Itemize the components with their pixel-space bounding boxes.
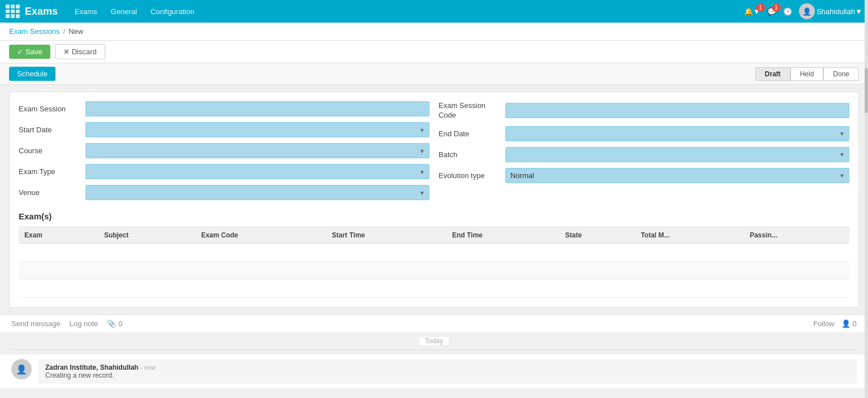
end-date-select-wrap	[505, 126, 849, 141]
evolution-type-label: Evolution type	[439, 171, 501, 180]
x-icon: ✕	[63, 47, 70, 56]
message-right: Follow 👤 0	[813, 319, 857, 328]
table-row	[19, 280, 849, 298]
start-date-select[interactable]	[85, 122, 429, 137]
course-label: Course	[19, 146, 81, 155]
exam-session-code-input[interactable]	[505, 103, 849, 118]
end-date-select[interactable]	[505, 126, 849, 141]
send-message-button[interactable]: Send message	[11, 319, 61, 328]
follow-button[interactable]: Follow	[813, 319, 835, 328]
check-icon: ✓	[17, 47, 23, 56]
exam-session-input[interactable]	[85, 101, 429, 116]
end-date-label: End Date	[439, 129, 501, 138]
exams-table: Exam Subject Exam Code Start Time End Ti…	[19, 227, 849, 298]
message-actions: Send message Log note 📎 0	[11, 319, 813, 328]
form-left: Exam Session Start Date Course	[19, 101, 429, 200]
clock-icon[interactable]: 🕑	[783, 7, 792, 16]
start-date-select-wrap	[85, 122, 429, 137]
table-row	[19, 244, 849, 262]
table-header-row: Exam Subject Exam Code Start Time End Ti…	[19, 227, 849, 244]
nav-menu: Exams General Configuration	[69, 5, 744, 18]
exam-type-select-wrap	[85, 164, 429, 179]
breadcrumb-parent[interactable]: Exam Sessions	[9, 27, 60, 36]
chat-icon[interactable]: 💬 1	[767, 7, 776, 16]
exams-section: Exam(s) Exam Subject Exam Code Start Tim…	[19, 211, 849, 298]
col-start-time: Start Time	[326, 227, 446, 244]
exam-session-code-input-wrap	[505, 103, 849, 118]
exam-type-row: Exam Type	[19, 164, 429, 179]
main-content: Exam Session Start Date Course	[0, 85, 868, 314]
form-right: Exam Session Code End Date Batch	[439, 101, 849, 200]
toolbar: ✓ Save ✕ Discard	[0, 41, 868, 63]
grid-icon[interactable]	[6, 5, 19, 18]
evolution-type-select-wrap: Normal	[505, 168, 849, 183]
scrollbar[interactable]	[865, 0, 868, 388]
attachments-button[interactable]: 📎 0	[107, 319, 122, 328]
form-card: Exam Session Start Date Course	[9, 92, 859, 308]
chat-avatar: 👤	[11, 359, 32, 379]
venue-row: Venue	[19, 185, 429, 200]
status-steps: Draft Held Done	[755, 67, 859, 81]
breadcrumb-separator: /	[63, 27, 66, 36]
form-grid: Exam Session Start Date Course	[19, 101, 849, 200]
course-row: Course	[19, 143, 429, 158]
col-exam-code: Exam Code	[195, 227, 326, 244]
user-menu[interactable]: 👤 Shahidullah ▼	[799, 3, 862, 19]
status-bar: Schedule Draft Held Done	[0, 63, 868, 85]
chat-area: 👤 Zadran Institute, Shahidullah - now Cr…	[0, 354, 868, 388]
save-button[interactable]: ✓ Save	[9, 45, 50, 59]
nav-exams[interactable]: Exams	[69, 5, 103, 18]
app-title: Exams	[25, 6, 58, 18]
step-draft[interactable]: Draft	[755, 67, 790, 81]
venue-label: Venue	[19, 188, 81, 197]
nav-configuration[interactable]: Configuration	[145, 5, 200, 18]
step-held[interactable]: Held	[790, 67, 824, 81]
exam-session-code-row: Exam Session Code	[439, 101, 849, 120]
chat-message: Creating a new record.	[45, 371, 850, 379]
message-bar: Send message Log note 📎 0 Follow 👤 0	[0, 314, 868, 332]
chat-bubble: Zadran Institute, Shahidullah - now Crea…	[38, 359, 857, 384]
schedule-button[interactable]: Schedule	[9, 67, 55, 81]
nav-general[interactable]: General	[105, 5, 143, 18]
chat-badge: 1	[772, 4, 781, 11]
scrollbar-thumb[interactable]	[865, 68, 868, 113]
notification-badge: 1	[756, 4, 765, 11]
start-date-row: Start Date	[19, 122, 429, 137]
batch-label: Batch	[439, 150, 501, 159]
avatar: 👤	[799, 3, 815, 19]
step-done[interactable]: Done	[823, 67, 859, 81]
course-select[interactable]	[85, 143, 429, 158]
batch-select-wrap	[505, 147, 849, 162]
log-note-button[interactable]: Log note	[70, 319, 98, 328]
col-total-marks: Total M...	[635, 227, 744, 244]
table-row	[19, 262, 849, 280]
end-date-row: End Date	[439, 126, 849, 141]
discard-button[interactable]: ✕ Discard	[55, 44, 105, 59]
exam-session-label: Exam Session	[19, 105, 81, 113]
breadcrumb: Exam Sessions / New	[0, 23, 868, 41]
breadcrumb-current: New	[68, 27, 83, 36]
today-divider: Today	[11, 337, 857, 350]
col-exam: Exam	[19, 227, 98, 244]
notification-bell[interactable]: 🔔 1 ▼	[744, 7, 760, 16]
exam-type-select[interactable]	[85, 164, 429, 179]
col-state: State	[560, 227, 635, 244]
exams-title: Exam(s)	[19, 211, 849, 221]
col-passing: Passin...	[744, 227, 849, 244]
col-end-time: End Time	[446, 227, 560, 244]
chat-time: - now	[140, 364, 156, 371]
batch-row: Batch	[439, 147, 849, 162]
course-select-wrap	[85, 143, 429, 158]
exam-type-label: Exam Type	[19, 167, 81, 176]
col-subject: Subject	[98, 227, 196, 244]
batch-select[interactable]	[505, 147, 849, 162]
exam-session-row: Exam Session	[19, 101, 429, 116]
venue-select[interactable]	[85, 185, 429, 200]
venue-select-wrap	[85, 185, 429, 200]
navbar: Exams Exams General Configuration 🔔 1 ▼ …	[0, 0, 868, 23]
navbar-right: 🔔 1 ▼ 💬 1 🕑 👤 Shahidullah ▼	[744, 3, 862, 19]
evolution-type-select[interactable]: Normal	[505, 168, 849, 183]
followers-count: 👤 0	[841, 319, 857, 328]
exam-session-code-label: Exam Session Code	[439, 101, 501, 120]
user-name: Shahidullah	[817, 7, 855, 16]
